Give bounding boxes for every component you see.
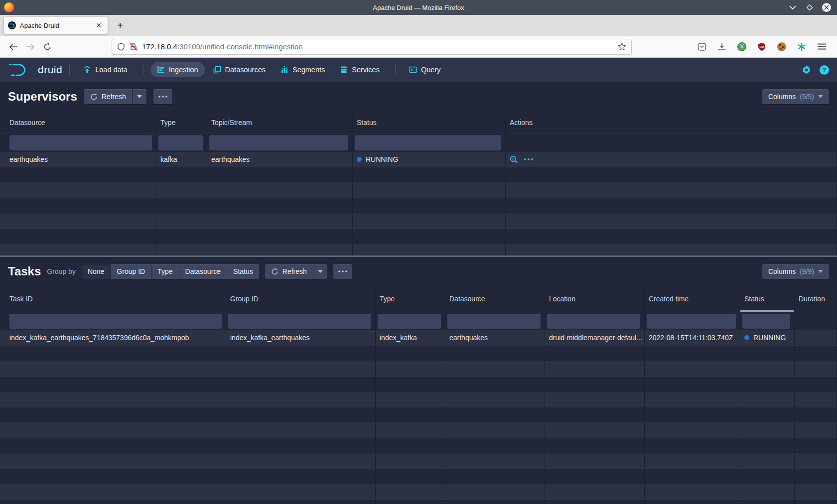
tasks-refresh-caret-button[interactable]	[313, 264, 327, 279]
nav-item-datasources[interactable]: Datasources	[207, 62, 272, 77]
supervisors-refresh-button[interactable]: Refresh	[84, 89, 132, 104]
supervisor-type[interactable]: kafka	[156, 152, 207, 167]
tasks-location-filter-input[interactable]	[547, 314, 640, 329]
group-by-group-id-button[interactable]: Group ID	[111, 264, 151, 279]
tasks-rows: index_kafka_earthquakes_7184357396d6c0a_…	[0, 330, 837, 504]
tasks-type-filter-input[interactable]	[378, 314, 441, 329]
browser-tab[interactable]: Apache Druid ✕	[4, 17, 108, 34]
tasks-more-button[interactable]	[333, 264, 352, 279]
back-button[interactable]	[5, 39, 22, 55]
task-id[interactable]: index_kafka_earthquakes_7184357396d6c0a_…	[0, 330, 226, 345]
row-more-actions-icon[interactable]	[524, 158, 533, 160]
bookmark-star-icon[interactable]	[618, 42, 626, 51]
ublock-extension-icon[interactable]: UO	[755, 40, 768, 53]
reload-button[interactable]	[39, 39, 56, 55]
supervisors-status-filter-input[interactable]	[355, 135, 501, 150]
column-header-duration[interactable]: Duration	[795, 286, 837, 312]
nav-separator	[69, 64, 70, 75]
nav-item-segments[interactable]: Segments	[274, 62, 331, 77]
column-header-datasource[interactable]: Datasource	[0, 112, 156, 133]
tab-close-icon[interactable]: ✕	[94, 21, 104, 30]
empty-row	[0, 167, 837, 183]
tasks-refresh-button[interactable]: Refresh	[265, 264, 313, 279]
task-group-id[interactable]: index_kafka_earthquakes	[226, 330, 376, 345]
insecure-lock-icon[interactable]	[130, 43, 138, 51]
nav-item-label: Query	[421, 66, 441, 74]
task-datasource[interactable]: earthquakes	[445, 330, 545, 345]
tasks-group-id-filter-input[interactable]	[228, 314, 371, 329]
column-header-status-sorted[interactable]: Status	[740, 286, 795, 312]
ingestion-icon	[157, 66, 165, 74]
supervisors-topic-filter-input[interactable]	[209, 135, 348, 150]
menu-hamburger-icon[interactable]	[815, 40, 828, 53]
task-created-time[interactable]: 2022-08-15T14:11:03.740Z	[645, 330, 740, 345]
column-header-type[interactable]: Type	[156, 112, 207, 133]
tab-title: Apache Druid	[20, 22, 90, 29]
tasks-task-id-filter-input[interactable]	[9, 314, 222, 329]
column-header-status[interactable]: Status	[353, 112, 506, 133]
help-icon[interactable]: ?	[820, 65, 829, 75]
window-minimize-button[interactable]	[788, 3, 797, 12]
supervisors-refresh-caret-button[interactable]	[133, 89, 146, 104]
nav-item-services[interactable]: Services	[333, 62, 386, 77]
empty-row	[0, 438, 837, 454]
privacy-badger-extension-icon[interactable]: V	[735, 40, 748, 53]
group-by-type-button[interactable]: Type	[151, 264, 178, 279]
window-maximize-button[interactable]	[805, 3, 814, 12]
inspect-magnifier-icon[interactable]	[510, 155, 518, 164]
empty-row	[0, 377, 837, 392]
druid-logo[interactable]: druid	[8, 62, 62, 77]
task-type[interactable]: index_kafka	[376, 330, 445, 345]
supervisor-row[interactable]: earthquakes kafka earthquakes RUNNING	[0, 152, 837, 167]
supervisors-more-button[interactable]	[153, 89, 172, 104]
column-header-group-id[interactable]: Group ID	[226, 286, 376, 312]
column-header-created-time[interactable]: Created time	[645, 286, 740, 312]
supervisor-datasource[interactable]: earthquakes	[0, 152, 156, 167]
empty-row	[0, 500, 837, 504]
group-by-status-button[interactable]: Status	[227, 264, 259, 279]
tasks-created-time-filter-input[interactable]	[647, 314, 736, 329]
nav-item-query[interactable]: Query	[403, 62, 447, 77]
empty-row	[0, 361, 837, 377]
column-header-topic-stream[interactable]: Topic/Stream	[207, 112, 353, 133]
empty-row	[0, 198, 837, 214]
group-by-label: Group by	[47, 267, 76, 275]
url-host: 172.18.0.4	[142, 42, 177, 51]
new-tab-button[interactable]: +	[113, 18, 128, 33]
settings-gear-icon[interactable]	[802, 65, 811, 75]
nav-item-label: Datasources	[225, 66, 266, 74]
task-location[interactable]: druid-middlemanager-defaul...	[545, 330, 645, 345]
window-close-button[interactable]	[822, 3, 831, 12]
forward-button[interactable]	[22, 39, 39, 55]
tasks-status-filter-input[interactable]	[742, 314, 790, 329]
url-text[interactable]: 172.18.0.4:30109/unified-console.html#in…	[142, 42, 613, 51]
empty-row	[0, 469, 837, 485]
column-header-task-id[interactable]: Task ID	[0, 286, 226, 312]
group-by-none-button[interactable]: None	[82, 264, 110, 279]
tasks-columns-button[interactable]: Columns (9/9)	[762, 264, 829, 279]
cookie-extension-icon[interactable]	[775, 40, 788, 53]
task-duration[interactable]	[795, 330, 837, 345]
url-path: :30109/unified-console.html#ingestion	[177, 42, 303, 51]
column-header-location[interactable]: Location	[545, 286, 645, 312]
tasks-datasource-filter-input[interactable]	[447, 314, 541, 329]
column-header-datasource[interactable]: Datasource	[445, 286, 545, 312]
empty-row	[0, 407, 837, 423]
url-bar[interactable]: 172.18.0.4:30109/unified-console.html#in…	[112, 39, 632, 55]
task-row[interactable]: index_kafka_earthquakes_7184357396d6c0a_…	[0, 330, 837, 346]
supervisors-type-filter-input[interactable]	[158, 135, 203, 150]
nav-item-ingestion[interactable]: Ingestion	[150, 62, 205, 77]
task-status[interactable]: RUNNING	[740, 330, 795, 345]
nav-item-load-data[interactable]: Load data	[77, 62, 134, 77]
chevron-down-icon	[818, 95, 823, 98]
column-header-type[interactable]: Type	[376, 286, 445, 312]
group-by-datasource-button[interactable]: Datasource	[179, 264, 227, 279]
supervisor-topic[interactable]: earthquakes	[207, 152, 353, 167]
supervisors-columns-button[interactable]: Columns (5/5)	[762, 89, 829, 104]
downloads-icon[interactable]	[715, 40, 728, 53]
supervisor-status[interactable]: RUNNING	[353, 152, 506, 167]
supervisors-datasource-filter-input[interactable]	[9, 135, 152, 150]
tracking-shield-icon[interactable]	[117, 43, 125, 51]
multiaccount-extension-icon[interactable]	[795, 40, 808, 53]
pocket-icon[interactable]	[696, 40, 708, 53]
